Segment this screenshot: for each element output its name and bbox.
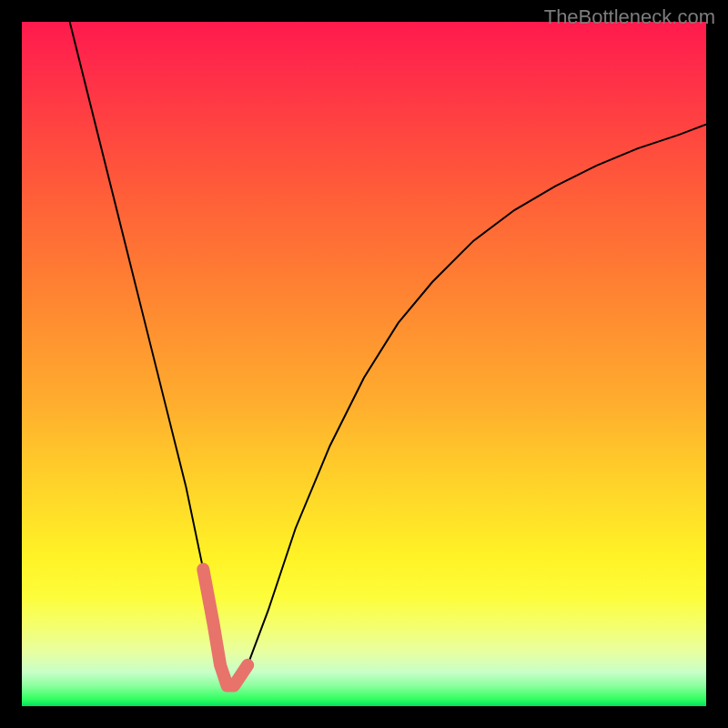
plot-area bbox=[22, 22, 706, 706]
valley-highlight bbox=[203, 570, 248, 686]
chart-svg bbox=[22, 22, 706, 706]
bottleneck-curve bbox=[70, 22, 706, 685]
watermark: TheBottleneck.com bbox=[544, 5, 715, 29]
